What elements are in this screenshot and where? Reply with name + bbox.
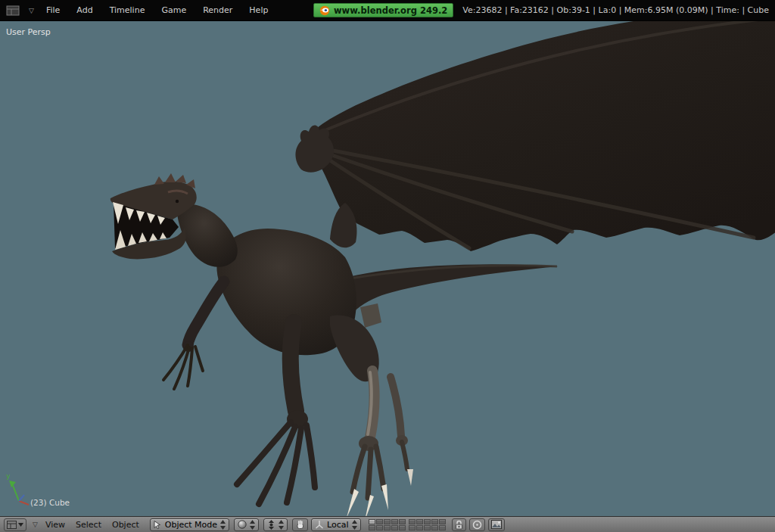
pivot-dropdown[interactable]	[263, 518, 288, 531]
rear-claw	[407, 469, 413, 486]
menu-file[interactable]: File	[46, 5, 60, 15]
orientation-dropdown-label: Local	[327, 520, 349, 530]
top-menu-bar: ▽ File Add Timeline Game Render Help www…	[0, 0, 775, 21]
lock-icon	[455, 520, 463, 530]
layer-group-1	[369, 519, 406, 530]
layer-toggle[interactable]	[431, 525, 438, 530]
manipulator-toggle[interactable]	[292, 518, 308, 531]
object-mode-icon	[154, 521, 162, 529]
dragon-eye	[176, 200, 179, 203]
viewport-3d[interactable]: y User Persp (23) Cube	[0, 21, 775, 516]
pivot-point-icon	[267, 520, 275, 530]
menu-game[interactable]: Game	[161, 5, 186, 15]
layer-toggle[interactable]	[399, 525, 406, 530]
layer-toggle[interactable]	[431, 519, 438, 524]
layer-toggle[interactable]	[409, 519, 416, 524]
scene-canvas[interactable]: y	[0, 21, 775, 516]
layer-toggle[interactable]	[416, 525, 423, 530]
viewport-header-bar: ▽ View Select Object Object Mode	[0, 516, 775, 532]
stepper-arrows-icon[interactable]	[279, 520, 284, 530]
svg-text:y: y	[6, 472, 11, 480]
blender-window: ▽ File Add Timeline Game Render Help www…	[0, 0, 775, 532]
layer-toggle[interactable]	[376, 519, 383, 524]
stepper-arrows-icon[interactable]	[220, 520, 226, 530]
orientation-dropdown[interactable]: Local	[311, 518, 361, 531]
layer-toggle[interactable]	[409, 525, 416, 530]
blender-logo-icon	[319, 5, 330, 16]
left-arm	[188, 282, 224, 345]
active-object-label: (23) Cube	[30, 498, 70, 507]
object-menu[interactable]: Object	[112, 520, 139, 530]
layer-toggle[interactable]	[424, 525, 431, 530]
layer-toggle[interactable]	[391, 525, 398, 530]
lock-layers-button[interactable]	[452, 518, 466, 531]
layer-toggle[interactable]	[391, 519, 398, 524]
circle-icon	[472, 520, 482, 530]
panel-collapse-icon[interactable]: ▽	[33, 521, 38, 528]
chevron-down-icon	[18, 523, 23, 527]
view-menu[interactable]: View	[45, 520, 65, 530]
scene-stats: Ve:23682 | Fa:23162 | Ob:39-1 | La:0 | M…	[462, 5, 769, 15]
layer-toggle[interactable]	[384, 525, 391, 530]
mode-dropdown[interactable]: Object Mode	[150, 518, 229, 531]
editor-type-button[interactable]	[4, 518, 26, 531]
view-mode-label: User Persp	[6, 27, 51, 37]
dragon-model[interactable]	[110, 21, 775, 516]
version-badge-label: www.blender.org 249.2	[334, 5, 447, 16]
layer-toggle[interactable]	[384, 519, 391, 524]
solid-shading-icon	[238, 520, 247, 529]
rear-shin	[391, 377, 401, 436]
image-icon	[491, 520, 502, 529]
layer-toggle[interactable]	[439, 525, 446, 530]
left-fingers	[163, 345, 203, 389]
axis-orientation-icon	[315, 520, 324, 529]
menu-help[interactable]: Help	[249, 5, 268, 15]
menu-timeline[interactable]: Timeline	[110, 5, 145, 15]
draw-type-dropdown[interactable]	[234, 518, 259, 531]
rear-toe	[402, 442, 407, 469]
layer-toggle[interactable]	[424, 519, 431, 524]
editor-type-icon[interactable]	[6, 5, 20, 16]
header-collapse-icon[interactable]: ▽	[29, 7, 34, 14]
axis-gizmo: y	[6, 472, 29, 505]
layer-toggle[interactable]	[416, 519, 423, 524]
right-fingers	[237, 422, 315, 504]
layer-toggle[interactable]	[439, 519, 446, 524]
layer-toggle[interactable]	[376, 525, 383, 530]
render-preview-button[interactable]	[488, 518, 505, 531]
mode-dropdown-label: Object Mode	[165, 520, 217, 530]
stepper-arrows-icon[interactable]	[250, 520, 255, 530]
grid-icon	[7, 521, 17, 529]
hip-patch	[360, 303, 381, 328]
select-menu[interactable]: Select	[76, 520, 101, 530]
hand-icon	[295, 520, 305, 530]
stepper-arrows-icon[interactable]	[352, 520, 357, 530]
foot-talons	[353, 446, 384, 498]
menu-render[interactable]: Render	[203, 5, 232, 15]
layer-toggle[interactable]	[369, 525, 375, 530]
right-arm	[291, 322, 296, 411]
layer-group-2	[409, 519, 446, 530]
dragon-wing	[307, 21, 775, 251]
version-badge: www.blender.org 249.2	[313, 3, 453, 17]
proportional-edit-button[interactable]	[469, 518, 485, 531]
menu-add[interactable]: Add	[76, 5, 92, 15]
layer-toggle[interactable]	[399, 519, 406, 524]
layer-buttons	[369, 519, 446, 530]
layer-toggle[interactable]	[369, 519, 375, 524]
